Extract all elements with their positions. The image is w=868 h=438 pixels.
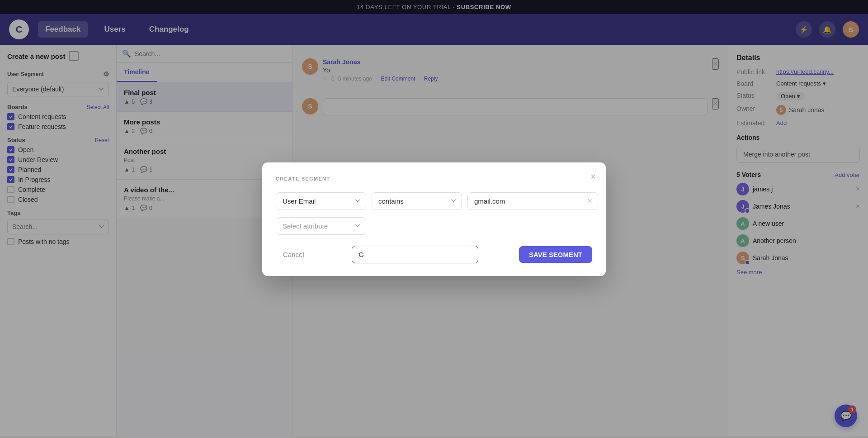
cancel-button[interactable]: Cancel bbox=[276, 246, 311, 263]
modal-close-button[interactable]: × bbox=[590, 171, 596, 182]
modal-overlay[interactable]: CREATE SEGMENT × User Email contains × S… bbox=[0, 0, 868, 438]
filter-attribute-select[interactable]: User Email bbox=[276, 192, 366, 210]
filter-operator-select[interactable]: contains bbox=[372, 192, 462, 210]
filter-value-clear-button[interactable]: × bbox=[587, 196, 592, 206]
modal-name-input-area bbox=[311, 246, 519, 263]
modal-title: CREATE SEGMENT bbox=[276, 176, 592, 181]
filter-value-input[interactable] bbox=[467, 192, 598, 210]
modal-footer: Cancel SAVE SEGMENT bbox=[276, 246, 592, 263]
filter-row: User Email contains × bbox=[276, 192, 592, 210]
segment-name-input[interactable] bbox=[352, 246, 478, 263]
save-segment-button[interactable]: SAVE SEGMENT bbox=[519, 246, 592, 263]
attribute-row: Select attribute bbox=[276, 217, 592, 235]
create-segment-modal: CREATE SEGMENT × User Email contains × S… bbox=[262, 162, 606, 276]
select-attribute-dropdown[interactable]: Select attribute bbox=[276, 217, 366, 235]
